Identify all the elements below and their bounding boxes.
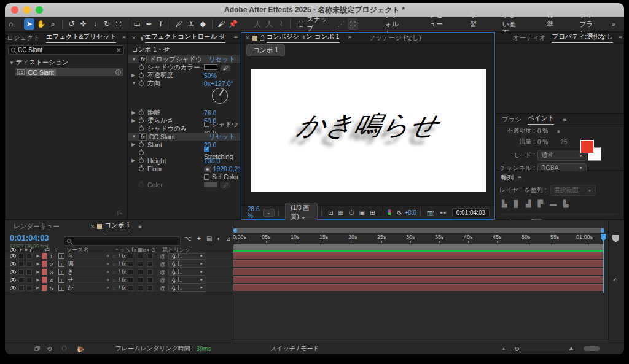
close-window-button[interactable] (11, 6, 18, 14)
label-color-chip[interactable] (42, 285, 47, 291)
tab-project[interactable]: ロジェクト (7, 34, 40, 42)
tab-composition[interactable]: コンポジション コンポ 1 (267, 33, 340, 43)
pan-camera-tool-icon[interactable]: ✛ (78, 18, 88, 30)
effects-search[interactable]: ✕ (8, 45, 124, 55)
breadcrumb-comp-button[interactable]: コンポ 1 (246, 44, 285, 56)
layer-row[interactable]: ▶ 2 T 鳴 ⚬☼/fx @ なし▼ (5, 260, 232, 268)
layer-name[interactable]: き (68, 268, 106, 276)
twirl-icon[interactable]: ▶ (34, 277, 42, 282)
tab-footage[interactable]: フッテージ (なし) (369, 34, 421, 42)
selection-tool-icon[interactable]: ➤ (24, 18, 34, 30)
parent-dropdown[interactable]: なし▼ (168, 277, 206, 284)
comp-button-icon[interactable]: ✍ (613, 277, 618, 283)
align-hcenter-icon[interactable]: ▊ (514, 200, 518, 208)
effect-cc-slant-header[interactable]: ▼ fx CC Slant リセット (128, 133, 240, 141)
paint-opacity-value[interactable]: 0 % (537, 128, 548, 134)
parent-dropdown[interactable]: なし▼ (168, 285, 206, 292)
height-value[interactable]: 100.0 (204, 157, 220, 165)
align-target-dropdown[interactable]: 選択範囲▼ (550, 185, 596, 196)
graph-editor-icon[interactable]: ⊿ (225, 235, 230, 242)
zoom-tool-icon[interactable]: ⌕ (48, 18, 58, 30)
parent-pickwhip-icon[interactable]: @ (160, 285, 166, 292)
label-color-chip[interactable] (42, 261, 47, 267)
solo-toggle[interactable] (26, 285, 32, 291)
tab-properties[interactable]: プロパティ:選択なし (552, 33, 612, 43)
snapshot-camera-icon[interactable]: 📷 (427, 209, 434, 216)
layer-switches[interactable]: ⚬☼/fx (106, 253, 158, 259)
solo-toggle[interactable] (26, 254, 32, 259)
twirl-icon[interactable]: ▶ (131, 72, 139, 78)
fx-icon[interactable]: fx (139, 133, 147, 141)
info-icon[interactable]: i (115, 69, 121, 75)
parent-pickwhip-icon[interactable]: @ (160, 253, 166, 260)
align-top-icon[interactable]: ▛ (537, 200, 542, 208)
clear-search-icon[interactable]: ✕ (116, 47, 121, 53)
shape-tool-icon[interactable]: ▭ (132, 18, 143, 30)
puppet-pin-tool-icon[interactable]: 📌 (228, 18, 238, 30)
opacity-value[interactable]: 50% (204, 72, 217, 79)
minimize-window-button[interactable] (23, 6, 31, 14)
parent-dropdown[interactable]: なし▼ (168, 269, 206, 276)
audio-toggle[interactable] (18, 261, 24, 267)
twirl-icon[interactable]: ▼ (131, 56, 139, 62)
panel-menu-icon[interactable]: ≡ (619, 34, 623, 41)
effects-preset-name[interactable]: CC Slant (26, 69, 56, 76)
switches-modes-button[interactable]: スイッチ / モード (270, 344, 319, 353)
snap-checkbox[interactable] (299, 21, 303, 27)
solo-toggle[interactable] (26, 261, 32, 267)
work-area-bar[interactable] (233, 244, 604, 250)
timeline-toggle-pill[interactable] (584, 346, 600, 351)
eyedropper-icon[interactable]: 🖊 (221, 65, 230, 71)
comp-mini-flowchart-icon[interactable]: ⌥ (184, 235, 192, 242)
grid-options-icon[interactable]: ⛶ (348, 18, 358, 30)
type-tool-icon[interactable]: T (155, 18, 166, 30)
twirl-icon[interactable]: ▶ (34, 261, 42, 266)
guides-options-icon[interactable]: ⊞ (370, 209, 375, 216)
transfer-controls-toggle-icon[interactable]: ⟲ (47, 346, 52, 352)
hand-tool-icon[interactable]: ✋ (36, 18, 46, 30)
close-panel-icon[interactable]: ✕ (245, 35, 250, 41)
timeline-zoom-slider[interactable] (501, 346, 600, 351)
panel-menu-icon[interactable]: ≡ (563, 116, 566, 123)
audio-toggle[interactable] (18, 269, 24, 275)
label-color-chip[interactable] (42, 277, 47, 283)
panel-menu-icon[interactable]: ≡ (122, 34, 126, 41)
effects-category[interactable]: ▼ ディストーション (6, 56, 127, 68)
foreground-color-swatch[interactable] (580, 140, 594, 153)
view-axis-mode-icon[interactable]: ⌇ (276, 18, 286, 30)
eye-icon[interactable] (10, 278, 16, 282)
panel-menu-icon[interactable]: ≡ (518, 174, 522, 181)
audio-toggle[interactable] (18, 254, 24, 259)
effect-drop-shadow-header[interactable]: ▼ fx ドロップシャドウ リセット (128, 55, 240, 63)
timeline-graph[interactable]: 0:00s 05s 10s 15s 20s 25s 30s 35s 40s 45… (232, 220, 608, 343)
close-panel-icon[interactable]: ✕ (131, 35, 136, 41)
parent-pickwhip-icon[interactable]: @ (160, 269, 166, 276)
align-vcenter-icon[interactable]: ▬ (550, 200, 557, 208)
solo-toggle[interactable] (26, 277, 32, 283)
transparency-grid-icon[interactable]: ▦ (338, 209, 343, 216)
paint-mode-dropdown[interactable]: 通常▼ (537, 150, 587, 161)
distance-value[interactable]: 76.0 (204, 109, 216, 117)
layer-duration-bar[interactable] (233, 276, 603, 283)
close-panel-icon[interactable]: ✕ (90, 223, 95, 230)
parent-pickwhip-icon[interactable]: @ (160, 277, 166, 284)
stopwatch-icon[interactable] (139, 118, 144, 123)
comp-text-layer[interactable]: かき鳴らせ (294, 107, 443, 144)
label-color-chip[interactable] (42, 269, 47, 275)
magnification-dropdown[interactable]: ⌄ (263, 209, 275, 217)
layer-switches[interactable]: ⚬☼/fx (106, 277, 158, 283)
twirl-icon[interactable]: ▶ (34, 269, 42, 274)
frame-blending-icon[interactable]: ▤ (206, 235, 212, 242)
magnification-value[interactable]: 28.6 % (248, 206, 260, 219)
exposure-gear-icon[interactable]: ⚙ (396, 209, 402, 216)
twirl-icon[interactable]: ▶ (131, 158, 139, 163)
layer-name[interactable]: か (68, 284, 106, 292)
workspace-overflow-button[interactable]: » (612, 20, 615, 28)
stopwatch-icon[interactable] (139, 81, 144, 86)
eye-icon[interactable] (10, 270, 16, 274)
tab-effects-presets[interactable]: エフェクト&プリセット (46, 33, 116, 43)
lock-icon[interactable] (141, 37, 143, 41)
eye-icon[interactable] (10, 254, 16, 258)
set-color-checkbox[interactable] (204, 174, 209, 180)
parent-pickwhip-icon[interactable]: @ (160, 261, 166, 268)
